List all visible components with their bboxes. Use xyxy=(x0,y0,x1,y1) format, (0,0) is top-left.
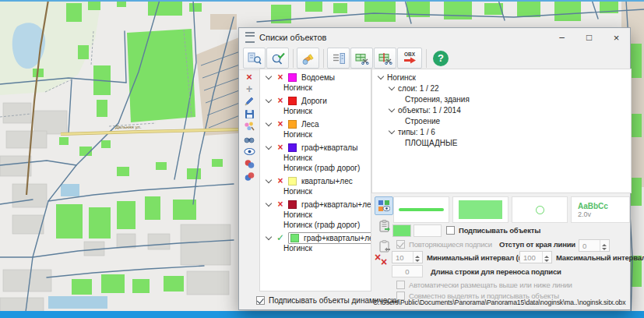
style-palette-icon[interactable] xyxy=(241,120,257,132)
auto-place-label: Автоматически размещать выше или ниже ли… xyxy=(409,281,572,289)
excluded-icon[interactable]: × xyxy=(276,96,285,105)
copy-style-clipboard-icon xyxy=(378,220,390,233)
spinner-arrows[interactable] xyxy=(413,252,422,263)
point-sample xyxy=(536,206,544,214)
min-interval-label: Минимальный интервал (мм) xyxy=(427,253,531,262)
color-swatch xyxy=(288,177,297,186)
list-item-label: граф+кварталы+лес (пе... xyxy=(304,234,371,242)
close-button[interactable]: × xyxy=(603,29,630,47)
copy-style-button[interactable] xyxy=(375,217,393,235)
color-swatch xyxy=(288,143,297,152)
split-table-scissors-icon xyxy=(355,52,369,65)
chevron-down-icon[interactable] xyxy=(378,73,384,80)
font-style-preview[interactable]: AaBbCc 2.0v xyxy=(571,196,630,223)
tree-leaf-type[interactable]: ПЛОЩАДНЫЕ xyxy=(372,137,631,148)
max-interval-spinner[interactable]: 100 xyxy=(519,251,552,263)
tree-node-types[interactable]: типы: 1 / 6 xyxy=(372,126,631,137)
view-eye-icon[interactable] xyxy=(241,145,257,157)
split-table-red-button[interactable] xyxy=(374,48,396,69)
tree-type-child-label: ПЛОЩАДНЫЕ xyxy=(405,139,457,147)
list-item-sublabel: Ногинск (граф дорог) xyxy=(260,220,371,230)
max-interval-value: 100 xyxy=(520,252,542,263)
chevron-down-icon[interactable] xyxy=(266,234,272,240)
spinner-arrows[interactable] xyxy=(542,252,551,263)
maximize-button[interactable]: □ xyxy=(575,29,603,47)
map-frame-top xyxy=(0,0,644,2)
included-icon[interactable]: ✓ xyxy=(276,233,285,242)
minimize-button[interactable]: – xyxy=(548,29,575,47)
wrap-length-input[interactable]: 0 xyxy=(392,265,423,277)
chevron-down-icon[interactable] xyxy=(266,97,272,103)
edit-icon[interactable] xyxy=(241,95,257,108)
toolbar-separator xyxy=(426,49,427,68)
save-icon[interactable] xyxy=(241,108,257,120)
split-table-button[interactable] xyxy=(350,48,373,69)
label-text-input[interactable] xyxy=(413,224,442,237)
find-binoculars-icon[interactable] xyxy=(241,132,257,145)
edge-offset-spinner[interactable]: 0 xyxy=(579,239,610,252)
tree-objects-label: объекты: 1 / 2014 xyxy=(398,106,461,115)
label-color-swatch[interactable] xyxy=(392,224,411,237)
tree-node-layers[interactable]: слои: 1 / 22 xyxy=(372,83,631,94)
repeating-labels-checkbox[interactable] xyxy=(396,240,405,249)
search-check-button[interactable] xyxy=(266,48,289,69)
filter-list-icon xyxy=(332,52,346,65)
chevron-down-icon[interactable] xyxy=(266,200,272,207)
selection-tree-panel: Ногинск слои: 1 / 22 Строения, здания об… xyxy=(371,69,632,193)
tree-root[interactable]: Ногинск xyxy=(372,72,631,83)
dialog-menu-icon xyxy=(245,32,255,43)
point-style-preview[interactable] xyxy=(512,196,568,223)
dynamic-labels-checkbox[interactable] xyxy=(256,296,265,305)
list-item[interactable]: × граф+кварталы Ногинск Ногинск (граф до… xyxy=(260,141,371,175)
list-item[interactable]: × Леса Ногинск xyxy=(260,118,371,141)
add-list-icon[interactable]: + xyxy=(241,83,257,95)
objects-blue-red-icon[interactable] xyxy=(241,170,257,182)
list-item-label: кварталы+лес xyxy=(301,177,353,186)
list-item[interactable]: × Дороги Ногинск xyxy=(260,94,371,118)
list-item[interactable]: × кварталы+лес Ногинск xyxy=(260,175,371,198)
delete-list-icon[interactable]: × xyxy=(241,70,257,83)
chevron-down-icon[interactable] xyxy=(266,177,272,183)
label-objects-checkbox[interactable] xyxy=(446,226,455,235)
split-table-red-line-icon xyxy=(378,52,392,65)
excluded-icon[interactable]: × xyxy=(276,143,285,152)
filter-list-button[interactable] xyxy=(327,48,350,69)
view-style-icon xyxy=(378,200,390,212)
dialog-titlebar[interactable]: Списки объектов – □ × xyxy=(239,28,630,47)
excluded-icon[interactable]: × xyxy=(276,72,285,82)
chevron-down-icon[interactable] xyxy=(266,143,272,150)
object-list-panel: × Водоемы Ногинск × Дороги Ногинск × Лес… xyxy=(259,69,371,292)
chevron-down-icon[interactable] xyxy=(266,73,272,80)
auto-place-checkbox[interactable] xyxy=(396,281,405,289)
color-swatch xyxy=(288,200,297,209)
select-by-list-button[interactable] xyxy=(243,48,266,69)
chevron-down-icon[interactable] xyxy=(389,106,395,112)
export-obx-button[interactable]: OBX xyxy=(397,48,422,69)
excluded-icon[interactable]: × xyxy=(276,200,285,209)
list-item-sublabel: Ногинск (граф дорог) xyxy=(260,163,371,173)
tree-leaf-layer[interactable]: Строения, здания xyxy=(372,94,631,104)
list-item[interactable]: × Водоемы Ногинск xyxy=(260,71,371,94)
clear-intervals-icon[interactable]: × xyxy=(375,252,381,263)
help-icon[interactable]: ? xyxy=(433,51,449,66)
chevron-down-icon[interactable] xyxy=(389,84,395,90)
list-item-sublabel: Ногинск xyxy=(260,243,371,253)
view-style-button[interactable] xyxy=(375,196,393,215)
list-item[interactable]: × граф+кварталы+лес Ногинск Ногинск (гра… xyxy=(260,198,371,231)
objects-red-blue-icon[interactable] xyxy=(241,157,257,170)
search-check-icon xyxy=(271,52,285,65)
line-style-preview[interactable] xyxy=(393,196,449,223)
tree-leaf-object[interactable]: Строение xyxy=(372,115,631,126)
list-item-selected[interactable]: ✓ граф+кварталы+лес (пе... Ногинск xyxy=(260,231,371,255)
excluded-icon[interactable]: × xyxy=(276,119,285,129)
chevron-down-icon[interactable] xyxy=(389,128,395,134)
highlight-flashlight-button[interactable] xyxy=(297,48,319,69)
excluded-icon[interactable]: × xyxy=(276,176,285,186)
list-item-label: Леса xyxy=(301,120,319,129)
chevron-down-icon[interactable] xyxy=(266,120,272,126)
min-interval-spinner[interactable]: 10 xyxy=(392,251,423,263)
fill-style-preview[interactable] xyxy=(452,196,509,223)
spinner-arrows[interactable] xyxy=(600,240,609,251)
tree-node-objects[interactable]: объекты: 1 / 2014 xyxy=(372,104,631,115)
tree-layers-label: слои: 1 / 22 xyxy=(398,84,439,93)
